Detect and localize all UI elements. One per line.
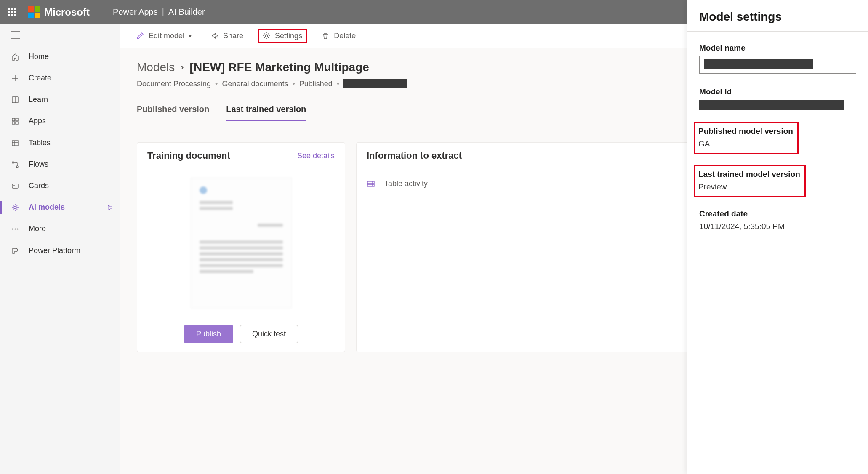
- last-trained-version-field: Last trained model version Preview: [699, 166, 856, 196]
- home-icon: [9, 53, 21, 61]
- nav-tables[interactable]: Tables: [0, 132, 120, 154]
- model-name-input[interactable]: [699, 56, 856, 74]
- nav-apps[interactable]: Apps: [0, 110, 120, 132]
- created-date-label: Created date: [699, 209, 856, 218]
- edit-model-label: Edit model: [149, 32, 184, 40]
- meta-subtype: General documents: [222, 80, 288, 88]
- book-icon: [9, 96, 21, 104]
- svg-rect-14: [367, 181, 374, 186]
- quick-test-button[interactable]: Quick test: [240, 325, 298, 343]
- trash-icon: [321, 32, 330, 40]
- hamburger-icon: [11, 31, 20, 39]
- nav-learn[interactable]: Learn: [0, 89, 120, 110]
- model-id-label: Model id: [699, 87, 856, 96]
- model-name-redacted: [704, 59, 813, 69]
- dot-separator: •: [337, 80, 339, 88]
- gear-icon: [262, 32, 271, 40]
- nav-learn-label: Learn: [29, 95, 48, 104]
- training-document-card: Training document See details: [137, 142, 345, 352]
- model-settings-panel: Model settings Model name Model id Publi…: [687, 0, 868, 474]
- nav-apps-label: Apps: [29, 117, 46, 125]
- microsoft-label: Microsoft: [44, 6, 90, 18]
- waffle-icon: [8, 8, 16, 16]
- nav-flows[interactable]: Flows: [0, 154, 120, 175]
- table-icon: [367, 180, 375, 188]
- training-card-title: Training document: [147, 150, 230, 161]
- svg-rect-3: [12, 122, 15, 124]
- pin-icon[interactable]: [106, 204, 113, 211]
- info-card-title: Information to extract: [367, 150, 462, 161]
- chevron-down-icon: ▾: [189, 32, 192, 39]
- delete-label: Delete: [334, 32, 356, 40]
- svg-rect-4: [16, 122, 18, 124]
- last-trained-highlight: Last trained model version Preview: [695, 166, 804, 196]
- svg-point-12: [17, 228, 19, 229]
- nav-power-platform-label: Power Platform: [29, 246, 80, 255]
- pencil-icon: [136, 32, 144, 40]
- nav-more-label: More: [29, 224, 46, 233]
- meta-redacted: [343, 79, 407, 88]
- settings-button[interactable]: Settings: [258, 29, 306, 43]
- nav-home[interactable]: Home: [0, 46, 120, 67]
- share-icon: [210, 32, 219, 40]
- header-section-name[interactable]: AI Builder: [168, 7, 205, 17]
- created-date-field: Created date 10/11/2024, 5:35:05 PM: [699, 209, 856, 231]
- model-name-field: Model name: [699, 43, 856, 74]
- nav-ai-models-label: AI models: [29, 203, 65, 212]
- model-id-redacted: [699, 100, 844, 110]
- svg-point-7: [16, 166, 18, 168]
- publish-button[interactable]: Publish: [184, 325, 233, 343]
- dot-separator: •: [293, 80, 295, 88]
- meta-status: Published: [299, 80, 333, 88]
- flow-icon: [9, 160, 21, 169]
- nav-more[interactable]: More: [0, 218, 120, 240]
- settings-label: Settings: [275, 32, 302, 40]
- nav-flows-label: Flows: [29, 160, 48, 169]
- card-icon: [9, 182, 21, 190]
- app-launcher-button[interactable]: [0, 0, 24, 24]
- breadcrumb-root[interactable]: Models: [137, 61, 175, 74]
- document-preview[interactable]: [191, 178, 292, 308]
- more-icon: [9, 225, 21, 233]
- delete-button[interactable]: Delete: [317, 29, 360, 43]
- svg-point-10: [12, 228, 13, 229]
- training-card-footer: Publish Quick test: [137, 317, 345, 352]
- published-version-field: Published model version GA: [699, 123, 856, 153]
- see-details-link[interactable]: See details: [297, 152, 335, 160]
- chevron-right-icon: ›: [181, 62, 184, 73]
- model-name-label: Model name: [699, 43, 856, 53]
- svg-rect-1: [12, 118, 15, 121]
- training-card-header: Training document See details: [137, 143, 345, 169]
- created-date-value: 10/11/2024, 5:35:05 PM: [699, 222, 856, 231]
- nav-create[interactable]: Create: [0, 67, 120, 89]
- svg-point-11: [15, 228, 16, 229]
- nav-toggle-button[interactable]: [0, 24, 120, 46]
- ai-icon: [9, 203, 21, 212]
- share-label: Share: [223, 32, 243, 40]
- header-app-name[interactable]: Power Apps: [113, 7, 158, 17]
- nav-cards[interactable]: Cards: [0, 175, 120, 197]
- nav-power-platform[interactable]: Power Platform: [0, 240, 120, 261]
- last-trained-label: Last trained model version: [698, 170, 800, 179]
- nav-create-label: Create: [29, 74, 51, 83]
- svg-rect-2: [16, 118, 18, 121]
- published-version-highlight: Published model version GA: [695, 123, 797, 153]
- svg-point-13: [265, 35, 268, 37]
- nav-cards-label: Cards: [29, 181, 49, 190]
- training-card-body: [137, 169, 345, 317]
- nav-ai-models[interactable]: AI models: [0, 197, 120, 218]
- info-extract-label: Table activity: [384, 179, 428, 188]
- tab-published-version[interactable]: Published version: [137, 104, 209, 121]
- published-version-value: GA: [698, 139, 793, 149]
- svg-rect-5: [12, 141, 18, 146]
- settings-panel-title: Model settings: [699, 10, 856, 24]
- share-button[interactable]: Share: [206, 29, 248, 43]
- edit-model-button[interactable]: Edit model ▾: [132, 29, 196, 43]
- apps-icon: [9, 117, 21, 125]
- svg-rect-8: [12, 184, 18, 188]
- published-version-label: Published model version: [698, 127, 793, 136]
- microsoft-logo-icon: [28, 6, 40, 18]
- nav-home-label: Home: [29, 52, 49, 61]
- tab-last-trained-version[interactable]: Last trained version: [226, 104, 306, 121]
- model-id-field: Model id: [699, 87, 856, 110]
